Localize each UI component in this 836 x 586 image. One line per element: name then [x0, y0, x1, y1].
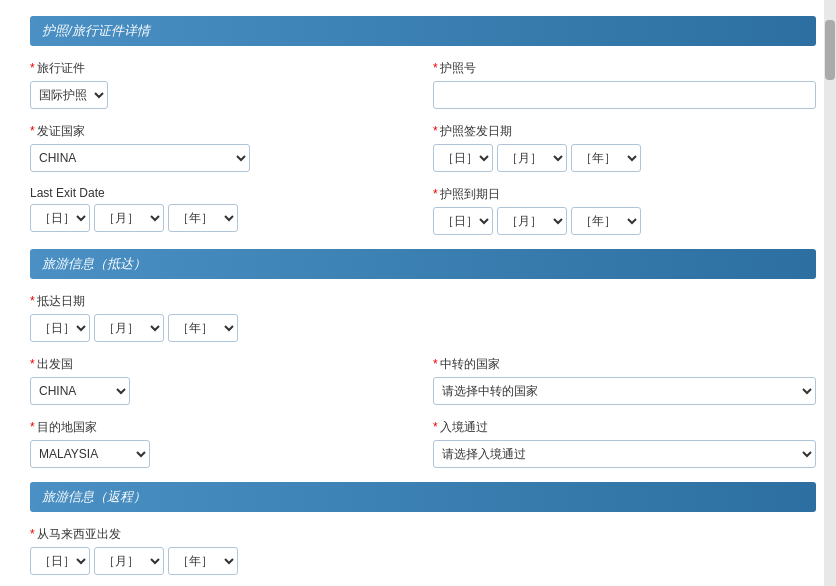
col-destination: *目的地国家 MALAYSIA — [30, 419, 413, 468]
departure-section-title: 旅游信息（返程） — [42, 489, 146, 504]
passport-expiry-label: *护照到期日 — [433, 186, 816, 203]
col-passport-expiry: *护照到期日 ［日］ ［月］ ［年］ — [433, 186, 816, 235]
visa-issue-date-row: ［日］ ［月］ ［年］ — [433, 144, 816, 172]
departure-country-label: *出发国 — [30, 356, 413, 373]
passport-section-header: 护照/旅行证件详情 — [30, 16, 816, 46]
travel-doc-row: 国际护照 — [30, 81, 413, 109]
row-travel-doc: *旅行证件 国际护照 *护照号 — [30, 60, 816, 109]
depart-year-select[interactable]: ［年］ — [168, 547, 238, 575]
arrival-date-label: *抵达日期 — [30, 293, 413, 310]
passport-section-title: 护照/旅行证件详情 — [42, 23, 150, 38]
arrival-section-title: 旅游信息（抵达） — [42, 256, 146, 271]
depart-day-select[interactable]: ［日］ — [30, 547, 90, 575]
arrival-year-select[interactable]: ［年］ — [168, 314, 238, 342]
arrival-day-select[interactable]: ［日］ — [30, 314, 90, 342]
issuing-country-row: CHINA — [30, 144, 413, 172]
scrollbar[interactable] — [824, 0, 836, 586]
passport-no-label: *护照号 — [433, 60, 816, 77]
issuing-country-label: *发证国家 — [30, 123, 413, 140]
visa-issue-month-select[interactable]: ［月］ — [497, 144, 567, 172]
visa-issue-year-select[interactable]: ［年］ — [571, 144, 641, 172]
destination-label: *目的地国家 — [30, 419, 413, 436]
arrival-date-row: ［日］ ［月］ ［年］ — [30, 314, 413, 342]
main-container: 护照/旅行证件详情 *旅行证件 国际护照 *护照号 *发证国家 — [0, 0, 836, 586]
travel-doc-label: *旅行证件 — [30, 60, 413, 77]
col-departure-country: *出发国 CHINA — [30, 356, 413, 405]
passport-expiry-date-row: ［日］ ［月］ ［年］ — [433, 207, 816, 235]
depart-malaysia-label: *从马来西亚出发 — [30, 526, 413, 543]
col-depart-malaysia: *从马来西亚出发 ［日］ ［月］ ［年］ — [30, 526, 413, 575]
col-passport-no: *护照号 — [433, 60, 816, 109]
departure-country-select[interactable]: CHINA — [30, 377, 130, 405]
last-exit-day-select[interactable]: ［日］ — [30, 204, 90, 232]
col-issuing-country: *发证国家 CHINA — [30, 123, 413, 172]
col-travel-doc: *旅行证件 国际护照 — [30, 60, 413, 109]
visa-issue-day-select[interactable]: ［日］ — [433, 144, 493, 172]
destination-select[interactable]: MALAYSIA — [30, 440, 150, 468]
col-visa-issue: *护照签发日期 ［日］ ［月］ ［年］ — [433, 123, 816, 172]
last-exit-year-select[interactable]: ［年］ — [168, 204, 238, 232]
entry-via-select[interactable]: 请选择入境通过 — [433, 440, 816, 468]
row-arrival-date: *抵达日期 ［日］ ［月］ ［年］ — [30, 293, 816, 342]
passport-no-input[interactable] — [433, 81, 816, 109]
last-exit-month-select[interactable]: ［月］ — [94, 204, 164, 232]
required-mark: * — [30, 61, 35, 75]
visa-issue-label: *护照签发日期 — [433, 123, 816, 140]
travel-doc-select[interactable]: 国际护照 — [30, 81, 108, 109]
depart-malaysia-date-row: ［日］ ［月］ ［年］ — [30, 547, 413, 575]
last-exit-date-row: ［日］ ［月］ ［年］ — [30, 204, 413, 232]
passport-expiry-day-select[interactable]: ［日］ — [433, 207, 493, 235]
scrollbar-thumb — [825, 20, 835, 80]
col-arrival-date: *抵达日期 ［日］ ［月］ ［年］ — [30, 293, 413, 342]
row-issuing: *发证国家 CHINA *护照签发日期 ［日］ ［月］ ［年］ — [30, 123, 816, 172]
row-destination-entry: *目的地国家 MALAYSIA *入境通过 请选择入境通过 — [30, 419, 816, 468]
col-last-exit: Last Exit Date ［日］ ［月］ ［年］ — [30, 186, 413, 232]
col-entry-via: *入境通过 请选择入境通过 — [433, 419, 816, 468]
row-depart-malaysia: *从马来西亚出发 ［日］ ［月］ ［年］ — [30, 526, 816, 575]
transit-country-select[interactable]: 请选择中转的国家 — [433, 377, 816, 405]
departure-section-header: 旅游信息（返程） — [30, 482, 816, 512]
last-exit-label: Last Exit Date — [30, 186, 413, 200]
issuing-country-select[interactable]: CHINA — [30, 144, 250, 172]
destination-row: MALAYSIA — [30, 440, 413, 468]
entry-via-label: *入境通过 — [433, 419, 816, 436]
passport-expiry-year-select[interactable]: ［年］ — [571, 207, 641, 235]
arrival-month-select[interactable]: ［月］ — [94, 314, 164, 342]
row-exit-expiry: Last Exit Date ［日］ ［月］ ［年］ *护照到期日 ［日］ — [30, 186, 816, 235]
col-transit-country: *中转的国家 请选择中转的国家 — [433, 356, 816, 405]
arrival-section-header: 旅游信息（抵达） — [30, 249, 816, 279]
departure-country-row: CHINA — [30, 377, 413, 405]
transit-country-label: *中转的国家 — [433, 356, 816, 373]
passport-expiry-month-select[interactable]: ［月］ — [497, 207, 567, 235]
depart-month-select[interactable]: ［月］ — [94, 547, 164, 575]
row-departure-transit: *出发国 CHINA *中转的国家 请选择中转的国家 — [30, 356, 816, 405]
